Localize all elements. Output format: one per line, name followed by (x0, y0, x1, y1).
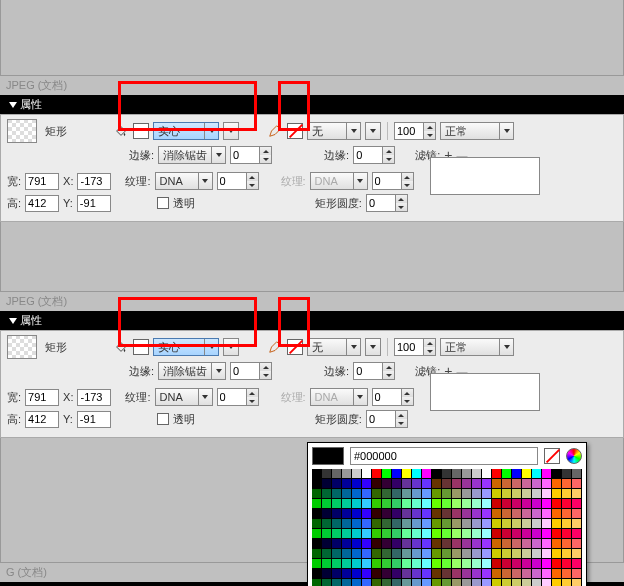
stroke-opts-combo[interactable] (365, 122, 381, 140)
blend-combo[interactable]: 正常 (440, 338, 514, 356)
h-label: 高: (7, 196, 21, 211)
color-swatch-grid[interactable] (312, 469, 582, 586)
width-input[interactable] (25, 173, 59, 190)
x-input[interactable] (77, 173, 111, 190)
y-input[interactable] (77, 411, 111, 428)
opacity-field[interactable] (394, 338, 436, 356)
round-spin[interactable] (366, 194, 408, 212)
shape-label: 矩形 (45, 124, 67, 139)
height-input[interactable] (25, 411, 59, 428)
paint-bucket-icon[interactable] (113, 339, 129, 355)
edge2-spin[interactable] (353, 146, 395, 164)
tex2-spin (372, 172, 414, 190)
texture-combo[interactable]: DNA (155, 172, 213, 190)
no-color-icon[interactable] (544, 448, 560, 464)
stroke-opts-combo[interactable] (365, 338, 381, 356)
current-color-swatch (312, 447, 344, 465)
properties-panel-2: 属性 矩形 实心 无 正常 边缘: 消除锯齿 边缘: (0, 311, 624, 438)
height-input[interactable] (25, 195, 59, 212)
edge-combo[interactable]: 消除锯齿 (158, 362, 226, 380)
edge-label: 边缘: (129, 148, 154, 163)
fill-swatch[interactable] (133, 123, 149, 139)
edge2-label: 边缘: (324, 148, 349, 163)
doc-label-1: JPEG (文档) (0, 76, 624, 95)
y-label: Y: (63, 197, 73, 209)
width-input[interactable] (25, 389, 59, 406)
transp-label: 透明 (173, 196, 195, 211)
texture-combo[interactable]: DNA (155, 388, 213, 406)
x-input[interactable] (77, 389, 111, 406)
stroke-type-combo[interactable]: 无 (307, 338, 361, 356)
edge-aa-spin[interactable] (230, 146, 272, 164)
edge-combo[interactable]: 消除锯齿 (158, 146, 226, 164)
y-input[interactable] (77, 195, 111, 212)
filter-list[interactable] (430, 157, 540, 195)
blend-combo[interactable]: 正常 (440, 122, 514, 140)
properties-panel-1: 属性 矩形 实心 无 正常 边缘: 消除锯齿 边缘: (0, 95, 624, 222)
color-picker-popup: 居中于路径 在笔触上方填充 (307, 442, 587, 586)
shape-thumb (7, 335, 37, 359)
doc-label-2: JPEG (文档) (0, 292, 624, 311)
filter-list[interactable] (430, 373, 540, 411)
fill-opts-combo[interactable] (223, 122, 239, 140)
fill-type-combo[interactable]: 实心 (153, 122, 219, 140)
panel-header-2[interactable]: 属性 (0, 311, 624, 330)
x-label: X: (63, 175, 73, 187)
stroke-swatch[interactable] (287, 123, 303, 139)
stroke-type-combo[interactable]: 无 (307, 122, 361, 140)
tex-label: 纹理: (125, 174, 150, 189)
tex-spin[interactable] (217, 172, 259, 190)
fill-swatch[interactable] (133, 339, 149, 355)
tex2-label: 纹理: (281, 174, 306, 189)
transparent-check[interactable] (157, 413, 169, 425)
shape-thumb (7, 119, 37, 143)
panel-title: 属性 (20, 97, 42, 112)
texture2-combo: DNA (310, 172, 368, 190)
round-label: 矩形圆度: (315, 196, 362, 211)
transparent-check[interactable] (157, 197, 169, 209)
stroke-swatch[interactable] (287, 339, 303, 355)
hex-input[interactable] (350, 447, 538, 465)
color-wheel-icon[interactable] (566, 448, 582, 464)
w-label: 宽: (7, 174, 21, 189)
fill-type-combo[interactable]: 实心 (153, 338, 219, 356)
opacity-field[interactable] (394, 122, 436, 140)
panel-header[interactable]: 属性 (0, 95, 624, 114)
pencil-icon[interactable] (267, 123, 283, 139)
pencil-icon[interactable] (267, 339, 283, 355)
paint-bucket-icon[interactable] (113, 123, 129, 139)
fill-opts-combo[interactable] (223, 338, 239, 356)
